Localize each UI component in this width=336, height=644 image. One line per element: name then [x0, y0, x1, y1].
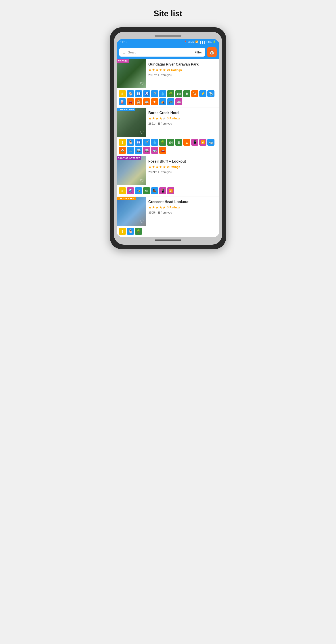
amenity-icon: 📶 — [167, 187, 174, 194]
amenity-icon: $ — [119, 187, 126, 194]
rating-count: 3 Ratings — [167, 206, 180, 209]
signal-icon: ▐▐▐ — [199, 41, 204, 44]
amenity-icon: 📱 — [191, 139, 198, 146]
wifi-icon: 📶 — [195, 40, 198, 44]
battery-text: 100% — [206, 41, 212, 44]
amenity-icon: 📡 — [207, 90, 215, 97]
site-distance: 2997m E from you — [148, 73, 217, 77]
amenity-icon: ⛽ — [119, 98, 126, 105]
amenity-icon: 🌳 — [159, 139, 166, 146]
amenity-icon: 🎭 — [135, 187, 142, 194]
amenity-icon: $ — [119, 90, 126, 97]
amenity-icon: 🐕 — [127, 228, 134, 235]
amenity-icons: $🐕🚻🚿💧🌳🍽🗑🔥📱📶🚌🏠🚲🚐🚐🚌🚗 — [117, 137, 219, 156]
site-rating: ★★★★★ 2 Ratings — [148, 165, 217, 169]
site-badge: DAY USE AREA — [117, 197, 136, 200]
stars: ★★★★★ — [148, 205, 166, 210]
amenity-icon: 💧 — [159, 90, 166, 97]
search-input-wrap[interactable]: ☰ Search Filter — [119, 48, 205, 56]
amenity-icon: 🚐 — [143, 147, 150, 154]
amenity-icon: 🍖 — [191, 90, 198, 97]
site-image: DAY USE AREA ♡ — [117, 197, 146, 226]
amenity-icon: 🐕 — [127, 139, 134, 146]
filter-label[interactable]: Filter — [195, 50, 202, 54]
amenity-icon: 👁 — [151, 98, 158, 105]
search-bar: ☰ Search Filter 🏠 — [117, 45, 219, 59]
amenity-icon: 🚲 — [127, 147, 134, 154]
amenity-icons: $🐕🚻♿🚿💧🌳🍽🗑🍖⚡📡⛽🚗🏨🚐👁⛺🚌🚐 — [117, 88, 219, 108]
site-image: RV PARK ♡ — [117, 59, 146, 88]
amenity-icon: 🚌 — [151, 147, 158, 154]
favorite-icon[interactable]: ♡ — [140, 130, 144, 135]
site-info: Gundagai River Caravan Park ★★★★★ 21 Rat… — [146, 59, 219, 88]
status-icons: 📍 VoLTE 📶 ▐▐▐ 100% 🔋 — [184, 40, 216, 44]
site-name: Boree Creek Hotel — [148, 111, 217, 115]
site-badge: RV PARK — [117, 59, 129, 63]
status-bar: 11:19 📍 VoLTE 📶 ▐▐▐ 100% 🔋 — [117, 39, 219, 45]
phone-bottom-bar — [155, 240, 181, 240]
site-distance: 2829m E from you — [148, 170, 217, 174]
amenity-icons: $🐕🌳 — [117, 226, 219, 237]
phone-speaker — [155, 35, 181, 37]
amenity-icon: 🚐 — [175, 98, 182, 105]
amenity-icon: ⛺ — [159, 98, 166, 105]
amenity-icon: 🚿 — [143, 139, 150, 146]
list-item[interactable]: POINT OF INTEREST ♡ Fossil Bluff + Looko… — [117, 156, 219, 197]
site-distance: 2861m E from you — [148, 122, 217, 125]
site-name: Gundagai River Caravan Park — [148, 62, 217, 66]
site-top: POINT OF INTEREST ♡ Fossil Bluff + Looko… — [117, 156, 219, 185]
amenity-icon: 🗑 — [183, 90, 190, 97]
amenity-icon: $ — [119, 139, 126, 146]
amenity-icon: 🏨 — [135, 98, 142, 105]
site-list: RV PARK ♡ Gundagai River Caravan Park ★★… — [117, 59, 219, 237]
amenity-icon: 🌳 — [135, 228, 142, 235]
amenity-icon: 🚻 — [135, 90, 142, 97]
list-item[interactable]: CAMPGROUND ♡ Boree Creek Hotel ★★★★★ 3 R… — [117, 108, 219, 156]
site-name: Fossil Bluff + Lookout — [148, 160, 217, 164]
stars: ★★★★★ — [148, 165, 166, 169]
list-item[interactable]: RV PARK ♡ Gundagai River Caravan Park ★★… — [117, 59, 219, 108]
favorite-icon[interactable]: ♡ — [140, 178, 144, 184]
home-button[interactable]: 🏠 — [207, 47, 217, 57]
status-time: 11:19 — [120, 40, 128, 44]
favorite-icon[interactable]: ♡ — [140, 81, 144, 86]
amenity-icon: 💧 — [151, 139, 158, 146]
site-badge: POINT OF INTEREST — [117, 156, 141, 160]
amenity-icon: 🚐 — [143, 98, 150, 105]
amenity-icons: $🌊🎭🍽🥾📱📶 — [117, 185, 219, 196]
phone-screen: 11:19 📍 VoLTE 📶 ▐▐▐ 100% 🔋 ☰ Search Filt… — [117, 39, 219, 237]
site-rating: ★★★★★ 21 Ratings — [148, 68, 217, 72]
site-rating: ★★★★★ 3 Ratings — [148, 205, 217, 210]
amenity-icon: 🚐 — [135, 147, 142, 154]
search-placeholder[interactable]: Search — [128, 50, 192, 54]
amenity-icon: 📶 — [199, 139, 206, 146]
amenity-icon: 🍽 — [175, 90, 182, 97]
site-rating: ★★★★★ 3 Ratings — [148, 116, 217, 120]
lte-icon: VoLTE — [188, 41, 194, 43]
amenity-icon: 🏠 — [119, 147, 126, 154]
site-image: POINT OF INTEREST ♡ — [117, 156, 146, 185]
amenity-icon: 🚿 — [151, 90, 158, 97]
amenity-icon: 🚌 — [167, 98, 174, 105]
amenity-icon: 🔥 — [183, 139, 190, 146]
amenity-icon: 🗑 — [175, 139, 182, 146]
list-item[interactable]: DAY USE AREA ♡ Crescent Head Lookout ★★★… — [117, 197, 219, 237]
stars: ★★★★★ — [148, 116, 166, 120]
site-top: DAY USE AREA ♡ Crescent Head Lookout ★★★… — [117, 197, 219, 226]
site-name: Crescent Head Lookout — [148, 200, 217, 204]
stars: ★★★★★ — [148, 68, 166, 72]
site-top: CAMPGROUND ♡ Boree Creek Hotel ★★★★★ 3 R… — [117, 108, 219, 137]
battery-icon: 🔋 — [213, 40, 216, 44]
site-badge: CAMPGROUND — [117, 108, 135, 111]
site-info: Boree Creek Hotel ★★★★★ 3 Ratings 2861m … — [146, 108, 219, 137]
phone-device: 11:19 📍 VoLTE 📶 ▐▐▐ 100% 🔋 ☰ Search Filt… — [110, 27, 226, 249]
amenity-icon: $ — [119, 228, 126, 235]
menu-icon[interactable]: ☰ — [122, 50, 126, 54]
amenity-icon: 🚗 — [127, 98, 134, 105]
favorite-icon[interactable]: ♡ — [140, 219, 144, 224]
amenity-icon: 🥾 — [151, 187, 158, 194]
site-top: RV PARK ♡ Gundagai River Caravan Park ★★… — [117, 59, 219, 88]
rating-count: 21 Ratings — [167, 68, 182, 72]
site-image: CAMPGROUND ♡ — [117, 108, 146, 137]
amenity-icon: 🐕 — [127, 90, 134, 97]
